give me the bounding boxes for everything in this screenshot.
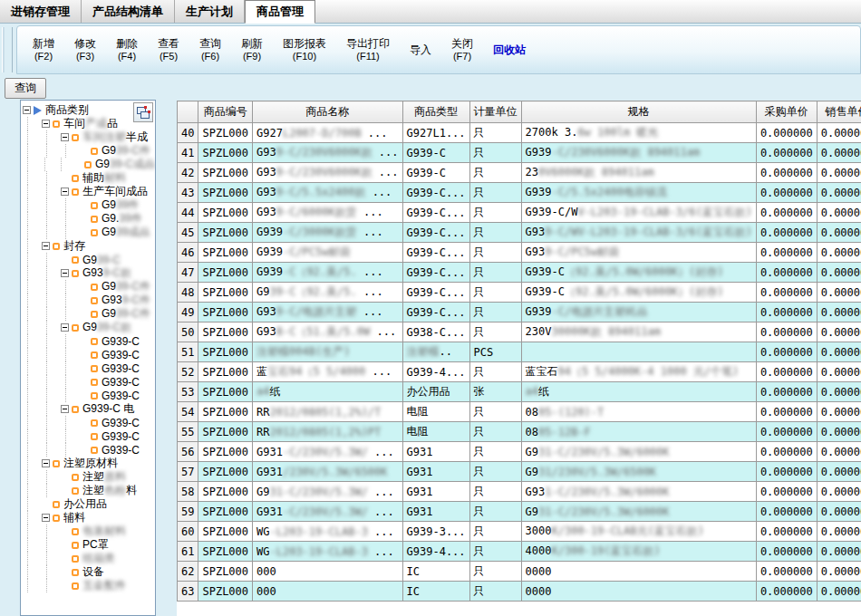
tree-node[interactable]: G939-C xyxy=(23,443,155,457)
tree-node[interactable]: 注塑色粉料 xyxy=(23,484,155,497)
expander-minus-icon[interactable] xyxy=(61,269,69,277)
expander-minus-icon[interactable] xyxy=(61,133,69,141)
expander-minus-icon[interactable] xyxy=(42,120,50,128)
tree-node[interactable]: G939-C xyxy=(23,334,155,348)
tree-node[interactable]: G939-C件 xyxy=(23,144,155,158)
tree-node[interactable]: G939-C xyxy=(23,416,155,429)
table-row[interactable]: 57SPZL000G931/230V/5.3W/6500KG931只G931/2… xyxy=(178,462,861,482)
tree-node[interactable]: G939-C件 xyxy=(23,280,155,294)
expander-minus-icon[interactable] xyxy=(61,405,69,413)
column-header[interactable] xyxy=(178,101,198,123)
toolbar-button[interactable]: 查看(F5) xyxy=(148,34,189,65)
tree-node[interactable]: 封存 xyxy=(23,239,155,253)
product-code-cell: SPZL000 xyxy=(198,502,253,522)
table-row[interactable]: 58SPZL000G931-C/230V/5.3W/ ...G931只G931-… xyxy=(178,482,861,502)
app-window: 进销存管理产品结构清单生产计划商品管理 新增(F2)修改(F3)删除(F4)查看… xyxy=(0,0,861,616)
expander-minus-icon[interactable] xyxy=(61,323,69,332)
tab-4[interactable]: 商品管理 xyxy=(245,0,315,24)
table-row[interactable]: 40SPZL000G927L2007-D/700B ...G927L1...只2… xyxy=(178,123,861,143)
expander-minus-icon[interactable] xyxy=(42,514,50,522)
expander-minus-icon[interactable] xyxy=(61,188,69,196)
toolbar-button[interactable]: 刷新(F9) xyxy=(231,34,273,65)
table-row[interactable]: 50SPZL000G938-C（51.美/5.0W ...G938-C...只2… xyxy=(178,322,861,342)
tree-node[interactable]: G939件 xyxy=(23,198,155,212)
table-row[interactable]: 59SPZL000G931-C/230V/5.3W/ ...G931只G931-… xyxy=(178,502,861,522)
toolbar-button[interactable]: 修改(F3) xyxy=(64,34,106,65)
tree-node[interactable]: G9.39件 xyxy=(23,212,155,226)
column-header[interactable]: 销售单价 xyxy=(817,101,861,123)
tree-node[interactable]: 五金配件 xyxy=(23,579,155,592)
product-name-cell: G931-C/230V/5.3W/ ... xyxy=(253,442,403,462)
table-row[interactable]: 44SPZL000G939-C/6000K款货 ...G939-C...只G93… xyxy=(178,203,861,223)
tree-node[interactable]: G939-C xyxy=(23,429,155,443)
table-row[interactable]: 62SPZL000000IC只00000.0000000.000000 xyxy=(178,562,861,582)
toolbar: 新增(F2)修改(F3)删除(F4)查看(F5)查询(F6)刷新(F9)图形报表… xyxy=(16,25,861,74)
table-row[interactable]: 56SPZL000G931-C/230V/5.3W/ ...G931只G931-… xyxy=(178,442,861,462)
toolbar-button[interactable]: 删除(F4) xyxy=(106,34,148,65)
tree-node[interactable]: G939-C 电 xyxy=(23,402,155,416)
table-row[interactable]: 47SPZL000G939-C（92.美/5. ...G939-C...只G93… xyxy=(178,263,861,283)
table-row[interactable]: 51SPZL000注塑模004B(生产)注塑模..PCS0.0000000.00… xyxy=(178,342,861,362)
collapse-tree-icon[interactable] xyxy=(133,102,153,122)
tab-2[interactable]: 产品结构清单 xyxy=(82,0,175,23)
tree-node[interactable]: 设备 xyxy=(23,565,155,579)
tree-node[interactable]: 生产车间成品 xyxy=(23,185,155,198)
tree-node[interactable]: 包装材料 xyxy=(23,525,155,538)
tab-1[interactable]: 进销存管理 xyxy=(0,0,82,23)
column-header[interactable]: 采购单价 xyxy=(756,101,817,123)
column-header[interactable]: 商品名称 xyxy=(253,101,403,123)
tree-node[interactable]: 注塑原料 xyxy=(23,470,155,484)
product-code-cell: SPZL000 xyxy=(198,322,253,342)
tree-node[interactable]: G939-C件 xyxy=(23,294,155,307)
tree-node[interactable]: 辅料 xyxy=(23,511,155,525)
table-row[interactable]: 63SPZL000000IC只00000.0000000.000000 xyxy=(178,582,861,602)
tree-node[interactable]: 注塑原材料 xyxy=(23,457,155,470)
expander-minus-icon[interactable] xyxy=(23,106,31,114)
table-row[interactable]: 41SPZL000G939-C/230V6000K款 ...G939-C只G93… xyxy=(178,143,861,163)
sale-price-cell: 0.000000 xyxy=(817,542,861,562)
tree-node[interactable]: G939-C件 xyxy=(23,307,155,321)
tree-node[interactable]: 车间注塑半成 xyxy=(23,130,155,144)
tree-node[interactable]: G939-C xyxy=(23,361,155,375)
toolbar-button[interactable]: 新增(F2) xyxy=(23,34,64,65)
table-row[interactable]: 52SPZL000蓝宝石94（5 5/4000 ...G939-4...只蓝宝石… xyxy=(178,362,861,382)
table-row[interactable]: 46SPZL000G939-C/PC5w邮袋G939-C...只G939-C/P… xyxy=(178,243,861,263)
expander-minus-icon[interactable] xyxy=(42,242,50,250)
tree-node[interactable]: PC罩 xyxy=(23,538,155,552)
toolbar-button[interactable]: 查询(F6) xyxy=(189,34,231,65)
table-row[interactable]: 42SPZL000G939-C/230V6000K款 ...G939-C只230… xyxy=(178,163,861,183)
tree-node[interactable]: 辅助材料 xyxy=(23,171,155,185)
expander-minus-icon[interactable] xyxy=(42,459,50,467)
tree-node[interactable]: G939-C款 xyxy=(23,266,155,280)
tree-node[interactable]: G939-C xyxy=(23,375,155,389)
tree-node[interactable]: G939-C xyxy=(23,348,155,361)
tree-node[interactable]: G939-C xyxy=(23,253,155,266)
toolbar-button[interactable]: 回收站 xyxy=(483,41,536,59)
table-row[interactable]: 43SPZL000G939-C/5.5x2400款 ...G939-C...只G… xyxy=(178,183,861,203)
tree-node[interactable]: G939-C款 xyxy=(23,321,155,334)
table-row[interactable]: 55SPZL000RR2012/0805(1,2%)PT电阻只0805-12B-… xyxy=(178,422,861,442)
table-row[interactable]: 60SPZL000WG-L203-19-CLAB-3 ...G939-3...只… xyxy=(178,522,861,542)
table-row[interactable]: 45SPZL000G939-C/3000K款货 ...G939-C...只G93… xyxy=(178,223,861,243)
column-header[interactable]: 规格 xyxy=(521,101,756,123)
toolbar-button[interactable]: 图形报表(F10) xyxy=(273,34,336,65)
table-row[interactable]: 53SPZL000a4纸办公用品张a4纸0.0000000.000000 xyxy=(178,382,861,402)
table-row[interactable]: 49SPZL000G939-C/电源片主塑 ...G939-C...只G939-… xyxy=(178,303,861,322)
tree-node[interactable]: G939-C xyxy=(23,389,155,402)
tree-node[interactable]: 纸箱类 xyxy=(23,552,155,565)
tree-node[interactable]: G939-C成品 xyxy=(23,158,155,171)
toolbar-button[interactable]: 导入 xyxy=(400,41,441,59)
column-header[interactable]: 商品类型 xyxy=(402,101,469,123)
tree-node[interactable]: 办公用品 xyxy=(23,497,155,511)
tab-3[interactable]: 生产计划 xyxy=(175,0,245,23)
toolbar-grip-handle[interactable] xyxy=(2,27,13,72)
toolbar-button[interactable]: 关闭(F7) xyxy=(441,34,483,65)
table-row[interactable]: 54SPZL000RR2012/0805(1,2%)/T电阻只0805-(120… xyxy=(178,402,861,422)
column-header[interactable]: 计量单位 xyxy=(469,101,521,123)
table-row[interactable]: 61SPZL000WG-L203-19-CLAB-3 ...G939-4...只… xyxy=(178,542,861,562)
table-row[interactable]: 48SPZL000G939-C（92.美/5. ...G939-C...只G93… xyxy=(178,283,861,303)
query-button[interactable]: 查询 xyxy=(5,78,46,99)
toolbar-button[interactable]: 导出打印(F11) xyxy=(336,34,400,65)
column-header[interactable]: 商品编号 xyxy=(198,101,253,123)
tree-node[interactable]: G939成品 xyxy=(23,226,155,239)
